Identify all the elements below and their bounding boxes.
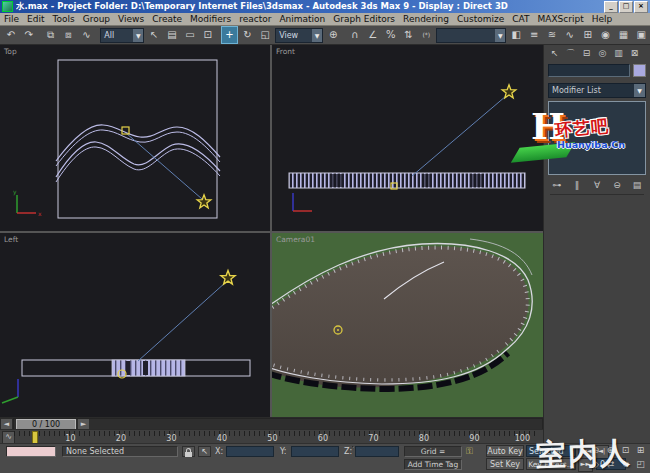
pan-icon[interactable]: ⇄: [604, 458, 618, 471]
front-viewport-canvas: [272, 45, 543, 231]
select-and-scale-icon[interactable]: ◱: [257, 26, 274, 44]
select-and-rotate-icon[interactable]: ↻: [239, 26, 256, 44]
named-selection-sets-dropdown[interactable]: ▼: [436, 28, 506, 43]
select-by-name-icon[interactable]: ▤: [164, 26, 181, 44]
schematic-view-icon[interactable]: ⊞: [579, 26, 596, 44]
viewport-front[interactable]: Front: [272, 45, 543, 231]
arc-rotate-icon[interactable]: ↻: [619, 458, 633, 471]
reference-coordinate-dropdown[interactable]: View▼: [275, 28, 323, 43]
select-object-icon[interactable]: ↖: [146, 26, 163, 44]
create-tab[interactable]: ↖: [547, 47, 562, 60]
menu-item-edit[interactable]: Edit: [23, 13, 48, 25]
field-of-view-icon[interactable]: ◇: [589, 458, 603, 471]
mirror-icon[interactable]: ◧: [508, 26, 525, 44]
redo-icon[interactable]: ↷: [20, 26, 37, 44]
utilities-tab[interactable]: ⊠: [627, 47, 642, 60]
set-key-button[interactable]: Set Key: [486, 458, 524, 470]
track-bar[interactable]: ∿ 102030405060708090100: [0, 429, 543, 444]
viewport-top[interactable]: Top y x: [0, 45, 270, 231]
chevron-down-icon[interactable]: ▼: [495, 29, 505, 42]
maxscript-mini-listener[interactable]: [6, 446, 56, 457]
keyboard-shortcut-toggle-icon[interactable]: (*): [418, 26, 435, 44]
light-target-line: [138, 282, 226, 361]
transform-typein-icon[interactable]: ↖: [198, 446, 211, 457]
select-and-link-icon[interactable]: ⧉: [42, 26, 59, 44]
use-pivot-point-icon[interactable]: ⊕: [325, 26, 342, 44]
quick-render-icon[interactable]: ▣: [633, 26, 650, 44]
menu-item-file[interactable]: File: [0, 13, 23, 25]
zoom-extents-icon[interactable]: ⊡: [619, 444, 633, 457]
next-frame-arrow[interactable]: ►: [78, 419, 89, 429]
percent-snap-icon[interactable]: %: [382, 26, 399, 44]
y-coordinate-field[interactable]: [291, 446, 339, 457]
spinner-snap-icon[interactable]: ⇅: [400, 26, 417, 44]
viewport-left[interactable]: Left: [0, 233, 270, 417]
bind-to-space-warp-icon[interactable]: ∿: [78, 26, 95, 44]
viewport-camera[interactable]: Camera01: [272, 233, 543, 417]
material-editor-icon[interactable]: ◉: [597, 26, 614, 44]
menu-item-tools[interactable]: Tools: [49, 13, 79, 25]
undo-icon[interactable]: ↶: [3, 26, 20, 44]
min-max-toggle-icon[interactable]: ◰: [634, 458, 648, 471]
angle-snap-icon[interactable]: ∠: [364, 26, 381, 44]
menu-item-animation[interactable]: Animation: [275, 13, 329, 25]
close-button[interactable]: ×: [634, 1, 648, 13]
minimize-button[interactable]: _: [604, 1, 618, 13]
selected-dropdown[interactable]: Selected: [526, 445, 576, 457]
chevron-down-icon[interactable]: ▼: [133, 29, 143, 42]
menu-item-help[interactable]: Help: [588, 13, 617, 25]
add-time-tag[interactable]: Add Time Tag: [404, 459, 462, 470]
align-icon[interactable]: ≡: [526, 26, 543, 44]
menu-item-rendering[interactable]: Rendering: [399, 13, 453, 25]
x-coordinate-field[interactable]: [226, 446, 274, 457]
display-tab[interactable]: ▥: [611, 47, 626, 60]
window-crossing-icon[interactable]: ⊡: [199, 26, 216, 44]
menu-item-views[interactable]: Views: [114, 13, 148, 25]
motion-tab[interactable]: ◎: [595, 47, 610, 60]
selection-lock-icon[interactable]: [182, 446, 195, 457]
key-filters-button[interactable]: Key Filters...: [526, 458, 576, 470]
menu-item-customize[interactable]: Customize: [453, 13, 508, 25]
menu-item-group[interactable]: Group: [79, 13, 114, 25]
title-bar[interactable]: 水.max - Project Folder: D:\Temporary Int…: [0, 0, 650, 13]
object-name-field[interactable]: [548, 64, 630, 77]
hierarchy-tab[interactable]: ⊟: [579, 47, 594, 60]
menu-item-modifiers[interactable]: Modifiers: [186, 13, 235, 25]
configure-modifier-sets-icon[interactable]: ▤: [630, 179, 644, 191]
menu-item-reactor[interactable]: reactor: [235, 13, 275, 25]
menu-item-graph-editors[interactable]: Graph Editors: [329, 13, 399, 25]
snap-toggle-icon[interactable]: ∩: [346, 26, 363, 44]
show-end-result-icon[interactable]: ‖: [570, 179, 584, 191]
make-unique-icon[interactable]: ∀: [590, 179, 604, 191]
menu-item-cat[interactable]: CAT: [508, 13, 533, 25]
auto-key-button[interactable]: Auto Key: [486, 445, 524, 457]
chevron-down-icon[interactable]: ▼: [312, 29, 322, 42]
toolbar-separator: [38, 27, 42, 43]
grid-status: Grid = 10.0mm: [404, 446, 462, 457]
menu-item-maxscript[interactable]: MAXScript: [534, 13, 588, 25]
select-and-move-icon[interactable]: +: [221, 26, 238, 44]
modifier-stack[interactable]: [548, 101, 646, 175]
curve-editor-icon[interactable]: ∿: [561, 26, 578, 44]
light-star[interactable]: [221, 271, 235, 285]
light-star[interactable]: [502, 85, 516, 98]
selection-filter-dropdown[interactable]: All▼: [100, 28, 144, 43]
unlink-selection-icon[interactable]: ⧈: [60, 26, 77, 44]
remove-modifier-icon[interactable]: ⊖: [610, 179, 624, 191]
menu-item-create[interactable]: Create: [148, 13, 186, 25]
zoom-extents-all-icon[interactable]: ⊞: [634, 444, 648, 457]
layer-manager-icon[interactable]: ≋: [544, 26, 561, 44]
pin-stack-icon[interactable]: ⊶: [550, 179, 564, 191]
restore-button[interactable]: □: [619, 1, 633, 13]
zoom-all-icon[interactable]: ⊛: [604, 444, 618, 457]
modify-tab[interactable]: ⌒: [563, 47, 578, 60]
render-setup-icon[interactable]: ▦: [615, 26, 632, 44]
zoom-icon[interactable]: ⊕: [589, 444, 603, 457]
selection-status: None Selected: [62, 446, 178, 457]
rectangular-selection-icon[interactable]: ▭: [181, 26, 198, 44]
modifier-list-dropdown[interactable]: Modifier List ▼: [548, 83, 646, 98]
object-color-swatch[interactable]: [633, 64, 646, 77]
command-panel-tabs: ↖⌒⊟◎▥⊠: [544, 45, 650, 61]
left-viewport-canvas: [0, 233, 270, 417]
z-coordinate-field[interactable]: [355, 446, 399, 457]
